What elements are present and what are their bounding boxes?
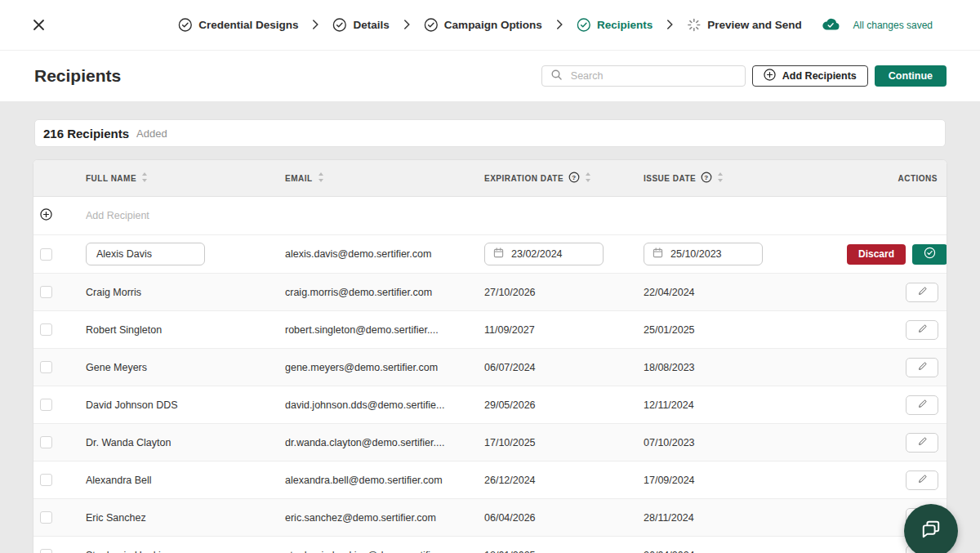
step-campaign-options[interactable]: Campaign Options — [424, 18, 542, 32]
recipient-issue-date: 28/11/2024 — [644, 512, 847, 524]
pencil-icon — [917, 286, 928, 299]
sort-icon[interactable] — [585, 172, 591, 184]
confirm-button[interactable] — [912, 244, 947, 265]
row-checkbox[interactable] — [40, 474, 52, 486]
header-actions: Add Recipients Continue — [541, 65, 947, 87]
discard-button[interactable]: Discard — [847, 244, 906, 265]
row-checkbox[interactable] — [40, 549, 52, 553]
recipient-email: gene.meyers@demo.sertifier.com — [285, 362, 484, 373]
recipient-email: eric.sanchez@demo.sertifier.com — [285, 512, 484, 524]
recipient-name: Robert Singleton — [86, 324, 285, 336]
recipient-expiration-date: 26/12/2024 — [484, 475, 644, 486]
add-recipient-placeholder[interactable]: Add Recipient — [86, 210, 149, 221]
search-icon — [551, 69, 562, 83]
check-circle-icon — [924, 247, 936, 261]
column-header-expiration-date[interactable]: EXPIRATION DATE ? — [484, 172, 644, 185]
help-icon[interactable]: ? — [701, 172, 712, 185]
close-button[interactable] — [28, 15, 49, 36]
recipient-expiration-date: 18/01/2025 — [484, 550, 644, 553]
svg-text:?: ? — [572, 174, 576, 181]
plus-circle-icon[interactable] — [40, 208, 52, 223]
recipient-row: Gene Meyers gene.meyers@demo.sertifier.c… — [33, 349, 947, 386]
calendar-icon — [653, 248, 663, 261]
issue-date-input[interactable] — [644, 243, 763, 265]
row-checkbox[interactable] — [40, 399, 52, 411]
wizard-stepper: Credential Designs Details Campaign Opti… — [178, 18, 801, 33]
recipient-expiration-date: 06/07/2024 — [484, 362, 644, 373]
chevron-right-icon — [666, 18, 673, 33]
column-header-full-name[interactable]: FULL NAME — [86, 172, 285, 184]
recipient-row: David Johnson DDS david.johnson.dds@demo… — [33, 386, 947, 424]
recipient-email: david.johnson.dds@demo.sertifie... — [285, 399, 484, 411]
cloud-check-icon — [822, 18, 840, 33]
edit-row-button[interactable] — [906, 395, 938, 415]
help-icon[interactable]: ? — [568, 172, 580, 185]
search-box[interactable] — [541, 65, 746, 87]
spinner-icon — [687, 18, 701, 32]
row-checkbox[interactable] — [40, 511, 52, 524]
edit-row-button[interactable] — [906, 358, 938, 377]
recipient-issue-date: 22/04/2024 — [644, 287, 847, 298]
check-circle-icon — [178, 18, 192, 32]
continue-button[interactable]: Continue — [875, 65, 947, 87]
calendar-icon — [493, 248, 504, 261]
edit-row-button[interactable] — [906, 433, 938, 453]
recipient-issue-date: 26/04/2024 — [644, 550, 847, 553]
check-circle-icon — [577, 18, 590, 32]
chevron-right-icon — [313, 18, 319, 33]
recipient-name: Gene Meyers — [86, 362, 285, 373]
expiration-date-value[interactable] — [510, 248, 595, 261]
step-recipients[interactable]: Recipients — [577, 18, 653, 32]
step-preview-and-send[interactable]: Preview and Send — [687, 18, 802, 32]
recipients-table: FULL NAME EMAIL EXPIRATION DATE ? ISSUE … — [33, 159, 947, 553]
column-label: FULL NAME — [86, 174, 136, 183]
full-name-input[interactable] — [86, 243, 205, 265]
edit-row-button[interactable] — [906, 320, 938, 340]
autosave-status: All changes saved — [822, 18, 933, 33]
recipient-expiration-date: 27/10/2026 — [484, 287, 644, 298]
recipient-issue-date: 25/01/2025 — [644, 324, 847, 336]
step-credential-designs[interactable]: Credential Designs — [178, 18, 298, 32]
expiration-date-input[interactable] — [484, 243, 604, 265]
row-checkbox[interactable] — [40, 361, 52, 373]
recipient-expiration-date: 11/09/2027 — [484, 324, 644, 336]
issue-date-value[interactable] — [669, 248, 754, 261]
search-input[interactable] — [569, 69, 736, 83]
sort-icon[interactable] — [141, 172, 148, 184]
column-header-email[interactable]: EMAIL — [285, 172, 484, 184]
recipients-count: 216 Recipients — [43, 127, 129, 140]
add-recipients-button[interactable]: Add Recipients — [752, 65, 868, 87]
step-label: Recipients — [597, 19, 653, 31]
row-checkbox[interactable] — [40, 436, 52, 448]
add-recipient-row[interactable]: Add Recipient — [33, 197, 947, 235]
recipient-name: Eric Sanchez — [86, 512, 285, 524]
recipient-row: Robert Singleton robert.singleton@demo.s… — [33, 311, 947, 349]
recipient-email: craig.morris@demo.sertifier.com — [285, 287, 484, 298]
close-icon — [33, 19, 45, 31]
recipient-issue-date: 07/10/2023 — [644, 437, 847, 448]
chat-widget-button[interactable] — [904, 504, 958, 553]
column-header-actions: ACTIONS — [847, 174, 947, 183]
step-details[interactable]: Details — [333, 18, 390, 32]
check-circle-icon — [333, 18, 347, 32]
recipient-name: Stephanie Hopkins — [86, 550, 285, 553]
edit-row-button[interactable] — [906, 283, 938, 302]
recipient-email: alexandra.bell@demo.sertifier.com — [285, 475, 484, 486]
recipient-row: Stephanie Hopkins stephanie.hopkins@demo… — [33, 537, 947, 553]
row-checkbox[interactable] — [40, 248, 52, 261]
sort-icon[interactable] — [318, 172, 324, 184]
step-label: Campaign Options — [444, 19, 542, 31]
row-checkbox[interactable] — [40, 286, 52, 298]
svg-text:?: ? — [705, 174, 709, 181]
recipient-row: Craig Morris craig.morris@demo.sertifier… — [33, 274, 947, 311]
column-label: ACTIONS — [898, 174, 938, 183]
column-header-issue-date[interactable]: ISSUE DATE ? — [644, 172, 847, 185]
sort-icon[interactable] — [717, 172, 724, 184]
edit-row-button[interactable] — [906, 470, 938, 490]
recipient-row: Eric Sanchez eric.sanchez@demo.sertifier… — [33, 499, 947, 537]
recipient-row: Dr. Wanda Clayton dr.wanda.clayton@demo.… — [33, 424, 947, 462]
column-label: EXPIRATION DATE — [484, 174, 564, 183]
row-checkbox[interactable] — [40, 323, 52, 336]
recipient-expiration-date: 06/04/2026 — [484, 512, 644, 524]
chat-icon — [919, 517, 943, 545]
